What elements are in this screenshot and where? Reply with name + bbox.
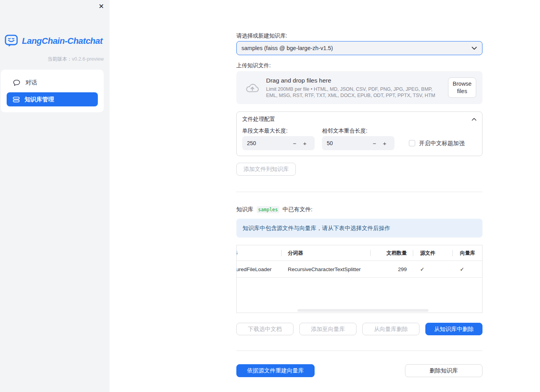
kb-files-prefix: 知识库 [236,206,254,213]
cell-source-file-check: ✓ [413,261,453,277]
version-text: 当前版本：v0.2.6-preview [0,56,104,63]
cell-loader: UnstructuredFileLoader [237,261,282,277]
delete-kb-button[interactable]: 删除知识库 [405,364,482,377]
cloud-upload-icon [245,82,260,93]
chevron-up-icon [472,118,477,121]
kb-selectbox[interactable]: samples (faiss @ bge-large-zh-v1.5) [236,41,482,55]
stacked-bars-icon [13,97,20,102]
max-length-input[interactable]: 250 − + [242,136,315,150]
cell-doc-count: 299 [371,261,413,277]
add-files-to-kb-button[interactable]: 添加文件到知识库 [236,163,296,176]
zh-title-enhance-checkbox[interactable]: 开启中文标题加强 [409,136,464,150]
file-config-title: 文件处理配置 [242,116,472,123]
file-uploader-dropzone[interactable]: Drag and drop files here Limit 200MB per… [236,71,482,104]
overlap-length-value: 50 [327,140,369,146]
info-alert: 知识库中包含源文件与向量库，请从下表中选择文件后操作 [236,219,482,237]
max-length-label: 单段文本最大长度: [242,128,315,134]
uploader-texts: Drag and drop files here Limit 200MB per… [266,77,448,99]
download-selected-button[interactable]: 下载选中文档 [236,323,293,335]
app-title: LangChain-Chatchat [22,36,103,46]
horizontal-scrollbar[interactable] [297,309,428,312]
close-sidebar-icon[interactable]: ✕ [99,2,104,11]
main-area: 请选择或新建知识库: samples (faiss @ bge-large-zh… [110,0,540,392]
overlap-length-group: 相邻文本重合长度: 50 − + [322,128,394,150]
checkbox-box[interactable] [409,140,415,146]
cell-vector-store-check: ✓ [453,261,482,277]
column-header-doc-count[interactable]: 文档数量 [371,245,413,261]
column-header-source-file[interactable]: 源文件 [413,245,453,261]
zh-title-enhance-label: 开启中文标题加强 [419,140,464,147]
table-actions-row: 下载选中文档 添加至向量库 从向量库删除 从知识库中删除 [236,323,482,335]
kb-files-suffix: 中已有文件: [283,206,313,213]
sidebar-item-dialogue[interactable]: 对话 [7,76,98,90]
max-length-decrement-button[interactable]: − [290,140,300,147]
chat-smiley-logo-icon [5,34,19,47]
rebuild-vector-store-button[interactable]: 依据源文件重建向量库 [236,364,315,377]
kb-selectbox-value: samples (faiss @ bge-large-zh-v1.5) [241,45,471,51]
chat-bubble-icon [13,79,20,86]
divider [236,192,482,192]
kb-name-code: samples [257,206,280,213]
browse-files-button[interactable]: Browse files [448,77,476,98]
overlap-decrement-button[interactable]: − [369,140,380,147]
uploader-title: Drag and drop files here [266,77,444,85]
kb-maintenance-row: 依据源文件重建向量库 删除知识库 [236,364,482,377]
overlap-increment-button[interactable]: + [380,140,390,147]
chevron-down-icon [471,46,477,50]
kb-files-heading: 知识库 samples 中已有文件: [236,206,482,213]
uploader-limit-text: Limit 200MB per file • HTML, MD, JSON, C… [266,86,444,99]
overlap-length-label: 相邻文本重合长度: [322,128,394,134]
table-row[interactable]: UnstructuredFileLoader RecursiveCharacte… [237,261,482,278]
divider [236,351,482,351]
files-table-header: 文档加载器 分词器 文档数量 源文件 向量库 [237,245,482,261]
info-alert-text: 知识库中包含源文件与向量库，请从下表中选择文件后操作 [243,225,390,232]
add-to-vector-store-button[interactable]: 添加至向量库 [299,323,356,335]
delete-from-kb-button[interactable]: 从知识库中删除 [425,323,482,335]
column-header-loader[interactable]: 文档加载器 [237,245,282,261]
sidebar-item-label: 知识库管理 [25,96,54,103]
max-length-value: 250 [247,140,290,146]
max-length-increment-button[interactable]: + [300,140,310,147]
overlap-length-input[interactable]: 50 − + [322,136,394,150]
file-config-expander: 文件处理配置 单段文本最大长度: 250 − + 相邻文 [236,111,482,156]
upload-label: 上传知识文件: [236,62,482,69]
sidebar-menu: 对话 知识库管理 [1,70,104,112]
column-header-splitter[interactable]: 分词器 [282,245,371,261]
kb-select-label: 请选择或新建知识库: [236,32,482,39]
files-table: 文档加载器 分词器 文档数量 源文件 向量库 [236,245,482,313]
column-header-vector-store[interactable]: 向量库 [453,245,482,261]
sidebar-item-label: 对话 [25,79,37,86]
app-logo: LangChain-Chatchat [5,34,110,47]
file-config-body: 单段文本最大长度: 250 − + 相邻文本重合长度: 50 − + [237,126,482,156]
cell-splitter: RecursiveCharacterTextSplitter [282,261,371,277]
delete-from-vector-store-button[interactable]: 从向量库删除 [362,323,419,335]
max-length-group: 单段文本最大长度: 250 − + [242,128,315,150]
sidebar: ✕ LangChain-Chatchat 当前版本：v0.2.6-preview… [0,0,110,392]
file-config-expander-header[interactable]: 文件处理配置 [237,112,482,126]
sidebar-item-knowledge-base[interactable]: 知识库管理 [7,92,98,106]
content-column: 请选择或新建知识库: samples (faiss @ bge-large-zh… [236,0,482,377]
